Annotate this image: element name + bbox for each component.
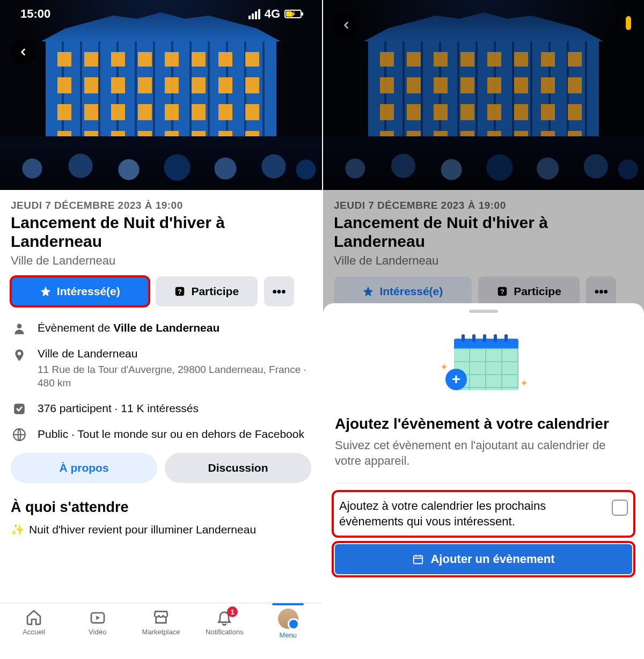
person-icon: [12, 321, 26, 335]
expect-line: ✨ Nuit d'hiver revient pour illuminer La…: [11, 523, 311, 536]
shop-icon: [152, 609, 170, 626]
star-icon: [40, 285, 52, 297]
detail-attendance[interactable]: 376 participent · 11 K intéressés: [11, 401, 311, 416]
phone-right: JEUDI 7 DÉCEMBRE 2023 À 19:00 Lancement …: [322, 0, 644, 659]
sheet-title: Ajoutez l'évènement à votre calendrier: [335, 415, 632, 433]
calendar-sheet: + ✦ ✦ Ajoutez l'évènement à votre calend…: [323, 303, 644, 659]
add-event-button[interactable]: Ajouter un évènement: [335, 544, 632, 574]
divider: [335, 483, 632, 484]
accent-dot: [626, 16, 631, 30]
nav-menu[interactable]: Menu: [257, 609, 320, 639]
going-button[interactable]: ? Participe: [156, 276, 258, 306]
network-label: 4G: [265, 7, 280, 21]
battery-icon: ⚡: [284, 10, 302, 18]
detail-privacy: Public · Tout le monde sur ou en dehors …: [11, 427, 311, 442]
check-icon: [12, 402, 26, 416]
calendar-illustration: + ✦ ✦: [335, 334, 632, 393]
event-cover: 15:00 4G ⚡: [0, 0, 322, 190]
tab-discussion[interactable]: Discussion: [165, 453, 311, 483]
sparkle-icon: ✨: [11, 523, 25, 536]
sheet-grip[interactable]: [469, 310, 498, 313]
globe-icon: [12, 428, 26, 442]
calendar-icon: [412, 553, 424, 565]
auto-add-checkbox-row[interactable]: Ajoutez à votre calendrier les prochains…: [335, 493, 632, 534]
pin-icon: [12, 347, 26, 363]
notification-badge: 1: [227, 606, 238, 617]
plus-icon: +: [445, 369, 467, 390]
interested-button[interactable]: Intéressé(e): [11, 276, 149, 306]
nav-notifications[interactable]: 1 Notifications: [193, 609, 256, 636]
bottom-nav: Accueil Vidéo Marketplace 1 Notification…: [0, 603, 322, 659]
home-icon: [25, 609, 42, 626]
action-row: Intéressé(e) ? Participe •••: [11, 276, 311, 306]
back-button[interactable]: [10, 39, 36, 65]
video-icon: [89, 609, 106, 626]
tab-row: À propos Discussion: [11, 453, 311, 483]
signal-icon: [248, 9, 260, 19]
event-date: JEUDI 7 DÉCEMBRE 2023 À 19:00: [11, 200, 311, 211]
nav-marketplace[interactable]: Marketplace: [129, 609, 193, 636]
detail-host[interactable]: Évènement de Ville de Landerneau: [11, 320, 311, 335]
sheet-subtitle: Suivez cet évènement en l'ajoutant au ca…: [335, 437, 632, 469]
nav-home[interactable]: Accueil: [2, 609, 65, 636]
avatar-icon: [278, 609, 298, 629]
tab-about[interactable]: À propos: [11, 453, 157, 483]
svg-rect-8: [414, 556, 423, 564]
status-bar: 15:00 4G ⚡: [0, 0, 322, 28]
phone-left: 15:00 4G ⚡ JEUDI 7 DÉCEMBRE 2023 À 19:00…: [0, 0, 322, 659]
event-title: Lancement de Nuit d'hiver à Landerneau: [11, 214, 311, 251]
question-icon: ?: [174, 285, 186, 297]
svg-point-2: [17, 324, 22, 328]
more-button[interactable]: •••: [264, 276, 294, 306]
status-time: 15:00: [20, 7, 50, 21]
detail-location[interactable]: Ville de Landerneau 11 Rue de la Tour d'…: [11, 346, 311, 390]
nav-video[interactable]: Vidéo: [65, 609, 129, 636]
expect-heading: À quoi s'attendre: [11, 499, 311, 516]
svg-text:?: ?: [178, 288, 182, 296]
checkbox[interactable]: [612, 500, 628, 516]
event-organizer[interactable]: Ville de Landerneau: [11, 254, 311, 268]
